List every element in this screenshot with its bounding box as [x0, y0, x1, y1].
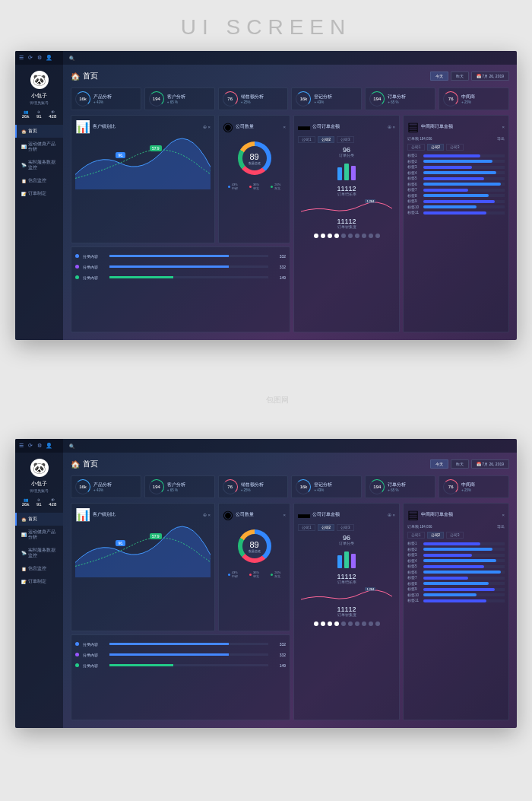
- tab[interactable]: 公司2: [318, 136, 335, 143]
- kpi-card[interactable]: 76中间商+ 25%: [439, 87, 509, 110]
- home-icon: 🏠: [21, 517, 26, 522]
- monitor-icon: 📡: [21, 551, 26, 555]
- close-icon[interactable]: ×: [283, 125, 286, 129]
- filter-today[interactable]: 今天: [430, 459, 448, 469]
- filter-date[interactable]: 📅 7月 26, 2019: [471, 459, 509, 469]
- kpi-ring: 194: [369, 91, 385, 106]
- settings-icon[interactable]: ⚙: [36, 443, 43, 449]
- tab[interactable]: 公司3: [337, 136, 354, 143]
- close-icon[interactable]: ⊕ ×: [388, 124, 395, 129]
- filter-date[interactable]: 📅 7月 26, 2019: [471, 72, 509, 81]
- bars-icon: ▬: [298, 119, 310, 133]
- nav-info[interactable]: 📋信息监控: [15, 562, 63, 575]
- nav-home[interactable]: 🏠首页: [15, 125, 63, 138]
- close-icon[interactable]: ×: [283, 513, 286, 517]
- export-link[interactable]: 导出: [497, 137, 505, 141]
- tab[interactable]: 公司3: [446, 532, 464, 539]
- tab[interactable]: 公司1: [407, 144, 425, 151]
- user-icon[interactable]: 👤: [46, 443, 52, 449]
- tab[interactable]: 公司2: [318, 524, 335, 531]
- close-icon[interactable]: ×: [502, 125, 505, 129]
- header: 🏠首页 今天 昨天 📅 7月 26, 2019: [63, 65, 517, 87]
- kpi-ring: 16k: [75, 479, 90, 494]
- nav-order[interactable]: 📝订单制定: [15, 575, 63, 588]
- home-icon: 🏠: [21, 129, 26, 134]
- tab[interactable]: 公司3: [446, 144, 464, 151]
- kpi-card[interactable]: 194订单分析+ 65 %: [365, 475, 435, 498]
- kpi-ring: 194: [149, 479, 164, 494]
- close-icon[interactable]: ×: [502, 513, 505, 517]
- hbar-row: 标签6: [407, 183, 505, 186]
- nav-service[interactable]: 📡实时服务数据监控: [15, 544, 63, 562]
- dashboard: ☰ ⟳ ⚙ 👤 🐼 小包子 管理员账号 👥26k ✈91 👁428 🏠首页 📊运…: [15, 51, 517, 340]
- watermark: 包图网: [266, 395, 289, 405]
- kpi-ring: 76: [223, 91, 238, 106]
- kpi-card[interactable]: 16k登记分析+ 43%: [291, 87, 362, 110]
- header: 🏠首页 今天 昨天 📅 7月 26, 2019: [63, 453, 517, 475]
- refresh-icon[interactable]: ⟳: [27, 443, 33, 449]
- hbar-row: 标签11: [407, 211, 505, 215]
- search-input[interactable]: 🔍: [69, 443, 511, 449]
- kpi-row: 16k产品分析+ 43%194客户分析+ 65 %76销售额分析+ 25%16k…: [63, 87, 517, 110]
- user-role: 管理员账号: [15, 488, 63, 493]
- hbar-row: 标签10: [407, 205, 505, 209]
- nav-home[interactable]: 🏠首页: [15, 513, 63, 526]
- filter-today[interactable]: 今天: [430, 72, 448, 81]
- kpi-card[interactable]: 76销售额分析+ 25%: [218, 475, 289, 498]
- date-filters: 今天 昨天 📅 7月 26, 2019: [430, 72, 509, 81]
- donut-chart: 89数量总览: [238, 141, 271, 175]
- nav-info[interactable]: 📋信息监控: [15, 174, 63, 187]
- category-bar: 分类内容149: [75, 663, 286, 668]
- nav-service[interactable]: 📡实时服务数据监控: [15, 156, 63, 174]
- kpi-card[interactable]: 16k产品分析+ 43%: [71, 475, 141, 498]
- panel-order-amount: ▬公司订单金额⊕ × 公司1 公司2 公司3 96订单分类 11112订单增长率…: [293, 503, 400, 720]
- filter-yesterday[interactable]: 昨天: [451, 459, 469, 469]
- filter-yesterday[interactable]: 昨天: [451, 72, 469, 81]
- sidebar-topbar: ☰ ⟳ ⚙ 👤: [15, 51, 63, 65]
- kpi-ring: 16k: [75, 91, 90, 106]
- refresh-icon[interactable]: ⟳: [27, 55, 33, 61]
- area-chart: 96. 57.9: [75, 525, 211, 627]
- menu-icon[interactable]: ☰: [18, 443, 24, 449]
- close-icon[interactable]: ⊕ ×: [388, 512, 395, 517]
- close-icon[interactable]: ⊕ ×: [203, 512, 211, 517]
- kpi-card[interactable]: 76中间商+ 25%: [439, 475, 509, 498]
- area-chart: 96. 57.9: [75, 137, 211, 239]
- menu-icon[interactable]: ☰: [18, 55, 24, 61]
- close-icon[interactable]: ⊕ ×: [203, 124, 211, 129]
- hbar-row: 标签3: [407, 553, 505, 557]
- home-icon: 🏠: [71, 460, 80, 469]
- kpi-ring: 194: [149, 91, 164, 106]
- export-link[interactable]: 导出: [497, 525, 505, 529]
- bars-icon: ▬: [298, 507, 310, 521]
- panel-customer-level: 📊客户级别比⊕ × 96. 57.9: [71, 503, 215, 631]
- tab[interactable]: 公司3: [337, 524, 354, 531]
- sidebar: ☰ ⟳ ⚙ 👤 🐼 小包子 管理员账号 👥26k ✈91 👁428 🏠首页 📊运…: [15, 51, 63, 340]
- kpi-card[interactable]: 16k产品分析+ 43%: [71, 87, 141, 110]
- nav-order[interactable]: 📝订单制定: [15, 187, 63, 200]
- search-input[interactable]: 🔍: [69, 56, 511, 61]
- user-icon[interactable]: 👤: [46, 55, 52, 61]
- category-bars: 分类内容332分类内容332分类内容149: [75, 639, 286, 668]
- panel-middleman: ▤中间商订单金额× 订单额 184,036导出 公司1 公司2 公司3 标签1标…: [403, 115, 509, 332]
- kpi-card[interactable]: 76销售额分析+ 25%: [218, 87, 289, 110]
- hbar-row: 标签8: [407, 194, 505, 198]
- settings-icon[interactable]: ⚙: [36, 55, 43, 61]
- kpi-card[interactable]: 194客户分析+ 65 %: [144, 475, 215, 498]
- tab[interactable]: 公司1: [298, 524, 315, 531]
- tab[interactable]: 公司2: [427, 532, 445, 539]
- kpi-card[interactable]: 194客户分析+ 65 %: [144, 87, 215, 110]
- kpi-card[interactable]: 16k登记分析+ 43%: [291, 475, 362, 498]
- nav-product[interactable]: 📊运动健身产品分析: [15, 526, 63, 544]
- nav: 🏠首页 📊运动健身产品分析 📡实时服务数据监控 📋信息监控 📝订单制定: [15, 513, 63, 588]
- kpi-card[interactable]: 194订单分析+ 65 %: [365, 87, 435, 110]
- avatar[interactable]: 🐼: [30, 71, 49, 89]
- tab[interactable]: 公司1: [298, 136, 315, 143]
- avatar[interactable]: 🐼: [30, 459, 49, 477]
- chart-icon: 📊: [21, 145, 26, 149]
- nav-product[interactable]: 📊运动健身产品分析: [15, 138, 63, 156]
- tab[interactable]: 公司2: [427, 144, 445, 151]
- kpi-row: 16k产品分析+ 43%194客户分析+ 65 %76销售额分析+ 25%16k…: [63, 475, 517, 498]
- tab[interactable]: 公司1: [407, 532, 425, 539]
- panel-company-count: ◉公司数量× 89数量总览 43%中部36%华北26%东北: [218, 115, 290, 243]
